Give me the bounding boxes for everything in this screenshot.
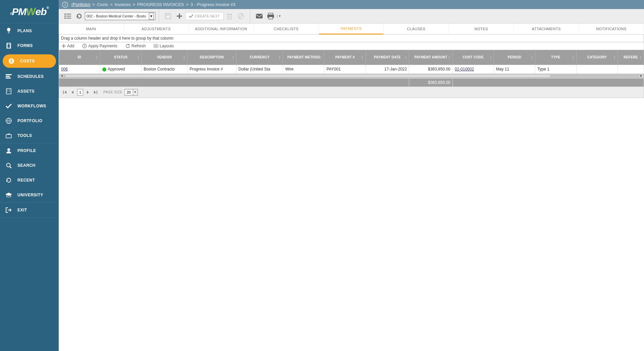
page-input[interactable] [77, 89, 83, 96]
project-selector[interactable]: 002 - Boston Medical Center - Bosto ▼ [85, 12, 155, 20]
nav-plans[interactable]: PLANS [0, 23, 59, 38]
nav-exit[interactable]: EXIT [0, 203, 59, 217]
column-menu-icon[interactable]: ⋮ [489, 55, 492, 59]
create-next-button[interactable]: CREATE NEXT [185, 12, 224, 20]
page-size-selector[interactable]: ▼ [124, 89, 138, 96]
col-vendor[interactable]: VENDOR⋮ [142, 50, 187, 65]
column-menu-icon[interactable]: ⋮ [639, 55, 642, 59]
column-menu-icon[interactable]: ⋮ [447, 55, 451, 59]
col-status[interactable]: STATUS⋮ [100, 50, 142, 65]
refresh-icon [125, 44, 130, 48]
history-button[interactable] [73, 10, 85, 22]
nav-assets[interactable]: ASSETS [0, 84, 59, 99]
svg-rect-5 [6, 89, 11, 94]
prev-page-button[interactable] [70, 89, 75, 96]
nav-label: EXIT [17, 208, 27, 212]
column-menu-icon[interactable]: ⋮ [137, 55, 140, 59]
horizontal-scrollbar[interactable]: ◀ ▶ [59, 73, 644, 78]
nav-tools[interactable]: TOOLS [0, 128, 59, 143]
svg-point-19 [64, 15, 66, 17]
cell-type: Type 1 [535, 65, 576, 73]
col-id[interactable]: ID⋮ [59, 50, 100, 65]
breadcrumb-portfolio[interactable]: (Portfolio) [71, 2, 90, 7]
col-payment-method[interactable]: PAYMENT METHOD⋮ [283, 50, 324, 65]
refresh-button[interactable]: Refresh [125, 44, 146, 48]
col-payment-amount[interactable]: PAYMENT AMOUNT⋮ [409, 50, 453, 65]
svg-rect-7 [9, 90, 10, 90]
page-size-value[interactable] [125, 90, 133, 94]
nav-search[interactable]: SEARCH [0, 158, 59, 173]
svg-rect-23 [166, 13, 169, 15]
apply-payments-button[interactable]: $Apply Payments [82, 44, 117, 48]
nav-profile[interactable]: PROFILE [0, 143, 59, 158]
column-menu-icon[interactable]: ⋮ [278, 55, 281, 59]
last-page-button[interactable] [93, 89, 98, 96]
cell-status: Approved [100, 65, 142, 73]
column-menu-icon[interactable]: ⋮ [613, 55, 616, 59]
scroll-left-icon[interactable]: ◀ [59, 74, 64, 78]
column-menu-icon[interactable]: ⋮ [361, 55, 364, 59]
col-payment-num[interactable]: PAYMENT #⋮ [324, 50, 366, 65]
column-menu-icon[interactable]: ⋮ [95, 55, 99, 59]
first-page-button[interactable] [62, 89, 68, 96]
tab-clauses[interactable]: CLAUSES [384, 23, 449, 34]
col-type[interactable]: TYPE⋮ [535, 50, 576, 65]
column-menu-icon[interactable]: ⋮ [572, 55, 575, 59]
col-currency[interactable]: CURRENCY⋮ [236, 50, 283, 65]
col-description[interactable]: DESCRIPTION⋮ [187, 50, 236, 65]
cancel-button[interactable] [235, 10, 247, 22]
next-page-button[interactable] [85, 89, 91, 96]
tab-attachments[interactable]: ATTACHMENTS [514, 23, 579, 34]
costcode-link[interactable]: 02-010002 [455, 67, 474, 71]
tab-main[interactable]: MAIN [59, 23, 124, 34]
scroll-right-icon[interactable]: ▶ [639, 74, 644, 78]
col-reference[interactable]: REFERE⋮ [618, 50, 644, 65]
nav-costs[interactable]: $ COSTS [3, 54, 56, 68]
table-row[interactable]: 006 Approved Boston Contracto Progress I… [59, 65, 644, 73]
tab-checklists[interactable]: CHECKLISTS [254, 23, 319, 34]
bars-icon [5, 73, 13, 80]
column-menu-icon[interactable]: ⋮ [231, 55, 235, 59]
toolbar: 002 - Boston Medical Center - Bosto ▼ CR… [59, 9, 644, 23]
svg-rect-9 [9, 91, 10, 92]
dollar-icon: $ [7, 58, 15, 64]
nav-recent[interactable]: RECENT [0, 173, 59, 188]
scroll-thumb[interactable] [65, 74, 551, 78]
cell-ref [618, 65, 644, 73]
nav-workflows[interactable]: WORKFLOWS [0, 99, 59, 113]
add-row-button[interactable]: Add [62, 44, 74, 48]
nav-university[interactable]: UNIVERSITY [0, 188, 59, 202]
tab-notes[interactable]: NOTES [449, 23, 514, 34]
logo[interactable]: ‹PMWeb® [0, 0, 59, 23]
column-menu-icon[interactable]: ⋮ [404, 55, 408, 59]
group-drop-zone[interactable]: Drag a column header and drop it here to… [59, 35, 644, 42]
grid-actions: Add $Apply Payments Refresh Layouts [59, 42, 644, 50]
save-button[interactable] [162, 10, 174, 22]
col-category[interactable]: CATEGORY⋮ [577, 50, 618, 65]
col-cost-code[interactable]: COST CODE⋮ [452, 50, 494, 65]
list-button[interactable] [62, 10, 73, 22]
exit-icon [5, 207, 13, 213]
add-button[interactable] [174, 10, 185, 22]
email-button[interactable] [254, 10, 265, 22]
graduation-icon [5, 192, 13, 198]
col-payment-date[interactable]: PAYMENT DATE⋮ [366, 50, 409, 65]
info-icon[interactable]: i [62, 2, 68, 8]
tab-adjustments[interactable]: ADJUSTMENTS [124, 23, 189, 34]
column-menu-icon[interactable]: ⋮ [319, 55, 323, 59]
search-icon [5, 162, 13, 169]
column-menu-icon[interactable]: ⋮ [182, 55, 186, 59]
tab-notifications[interactable]: NOTIFICATIONS [579, 23, 644, 34]
delete-button[interactable] [224, 10, 235, 22]
nav-schedules[interactable]: SCHEDULES [0, 69, 59, 84]
row-id-link[interactable]: 006 [61, 67, 68, 71]
tab-additional-information[interactable]: ADDITIONAL INFORMATION [189, 23, 254, 34]
column-menu-icon[interactable]: ⋮ [530, 55, 534, 59]
layouts-button[interactable]: Layouts [154, 44, 174, 48]
print-dropdown[interactable]: │▼ [276, 14, 280, 18]
col-period[interactable]: PERIOD⋮ [494, 50, 535, 65]
tab-payments[interactable]: PAYMENTS [319, 23, 384, 35]
print-button[interactable] [265, 10, 276, 22]
nav-portfolio[interactable]: PORTFOLIO [0, 113, 59, 128]
nav-forms[interactable]: FORMS [0, 38, 59, 53]
